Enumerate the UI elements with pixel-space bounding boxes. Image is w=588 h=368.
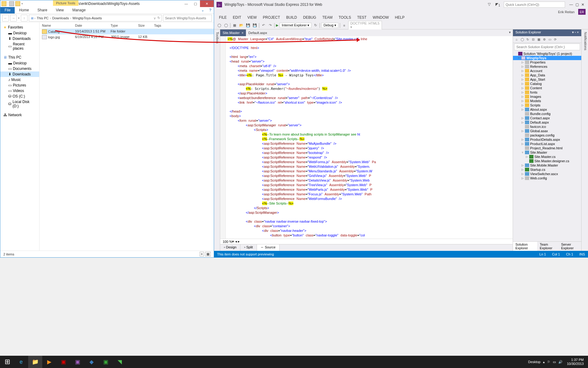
- tree-node[interactable]: Project_Readme.html: [513, 146, 581, 150]
- tree-node[interactable]: ▷About.aspx: [513, 107, 581, 112]
- tree-node[interactable]: ▷ProductDetails.aspx: [513, 137, 581, 142]
- ribbon-help-icon[interactable]: ?: [207, 7, 214, 13]
- ribbon-view-tab[interactable]: View: [51, 7, 68, 13]
- menu-file[interactable]: FILE: [217, 15, 229, 21]
- start-button[interactable]: ⊞: [0, 356, 14, 368]
- col-name[interactable]: Name: [42, 24, 75, 27]
- pin-icon[interactable]: ▾ ▫ ×: [572, 30, 579, 34]
- quick-launch-input[interactable]: [504, 2, 565, 8]
- home-icon[interactable]: ⌂: [514, 37, 519, 42]
- view-split-tab[interactable]: ▫ Split: [240, 244, 257, 251]
- tree-node[interactable]: ▷Account: [513, 69, 581, 73]
- tree-node[interactable]: Bundle.config: [513, 112, 581, 116]
- undo-icon[interactable]: ↶: [261, 23, 266, 28]
- browser-selector[interactable]: Internet Explorer ▾: [280, 23, 311, 28]
- menu-edit[interactable]: EDIT: [230, 15, 243, 21]
- browser-link-refresh-icon[interactable]: ↻: [313, 23, 318, 28]
- toolbox-panel[interactable]: Toolbox: [214, 29, 220, 251]
- tree-node[interactable]: ▷Startup.cs: [513, 167, 581, 172]
- nav-back-button[interactable]: ←: [2, 15, 9, 21]
- sidebar-item-desktop[interactable]: ▬ Desktop: [0, 30, 39, 36]
- sidebar-item[interactable]: ⛁ OS (C:): [0, 94, 39, 99]
- tree-node[interactable]: ▷Site.Master.cs: [513, 155, 581, 159]
- explorer-search-input[interactable]: [163, 15, 212, 21]
- system-tray[interactable]: Desktop ▴ ⚐ ▭ 🔊 1:37 PM 10/30/2013: [528, 358, 588, 366]
- favorites-header[interactable]: ★Favorites: [0, 24, 39, 30]
- sidebar-item[interactable]: ⛁ Local Disk (D:): [0, 99, 39, 109]
- tree-node[interactable]: favicon.ico: [513, 125, 581, 129]
- tree-node[interactable]: ▷Catalog: [513, 82, 581, 86]
- tree-node[interactable]: ▷ViewSwitcher.ascx: [513, 172, 581, 176]
- tool-icon[interactable]: ⟳: [553, 37, 558, 42]
- tree-node[interactable]: ▷Web.config: [513, 176, 581, 180]
- properties-icon[interactable]: ⚙: [542, 37, 547, 42]
- tree-node[interactable]: ▷Content: [513, 86, 581, 90]
- new-project-icon[interactable]: ▦: [232, 23, 237, 28]
- vs-titlebar[interactable]: ▷ WingtipToys - Microsoft Visual Studio …: [214, 0, 588, 9]
- taskbar-app-icon[interactable]: ◆: [85, 356, 99, 368]
- new-folder-icon[interactable]: [15, 1, 20, 6]
- picture-tools-tab[interactable]: Picture Tools: [53, 0, 78, 6]
- nav-forward-button[interactable]: →: [10, 15, 17, 21]
- nav-fwd-icon[interactable]: ◯: [223, 23, 229, 28]
- tool-icon[interactable]: ◯: [520, 37, 525, 42]
- tree-node[interactable]: ▷Site.Mobile.Master: [513, 163, 581, 167]
- tree-node[interactable]: ▷fonts: [513, 90, 581, 94]
- tray-volume-icon[interactable]: 🔊: [558, 360, 563, 364]
- menu-view[interactable]: VIEW: [245, 15, 259, 21]
- taskbar-clock[interactable]: 1:37 PM 10/30/2013: [565, 358, 586, 366]
- code-editor[interactable]: <%@ Master Language="C#" AutoEventWireup…: [220, 36, 513, 239]
- comment-icon[interactable]: ≡: [341, 23, 347, 28]
- network-header[interactable]: 🖧Network: [0, 112, 39, 118]
- window-dropdown-icon[interactable]: ▾: [507, 29, 513, 36]
- sidebar-item-recent[interactable]: ▭ Recent places: [0, 41, 39, 51]
- sidebar-item-downloads[interactable]: ⬇ Downloads: [0, 36, 39, 41]
- taskbar-app-icon[interactable]: ▣: [99, 356, 113, 368]
- tree-node[interactable]: ▷App_Data: [513, 73, 581, 77]
- breadcrumb-segment[interactable]: This PC: [36, 16, 49, 20]
- col-tags[interactable]: Tags: [154, 24, 172, 27]
- folder-icon[interactable]: [2, 1, 6, 6]
- sidebar-item[interactable]: ▭ Videos: [0, 88, 39, 94]
- address-breadcrumb[interactable]: 🖥 › This PC › Downloads › WingtipToys-As…: [29, 15, 162, 21]
- solution-root[interactable]: Solution 'WingtipToys' (1 project): [513, 52, 581, 56]
- qat-dropdown-icon[interactable]: ▾: [21, 2, 23, 5]
- refresh-icon[interactable]: ↻: [157, 16, 160, 20]
- sidebar-item-downloads[interactable]: ⬇ Downloads: [0, 71, 39, 77]
- column-headers[interactable]: Name Date Type Size Tags: [40, 22, 214, 29]
- col-type[interactable]: Type: [111, 24, 138, 27]
- ribbon-manage-tab[interactable]: Manage: [68, 7, 90, 13]
- file-row-logo[interactable]: logo.jpg 6/19/2013 4:28 PM JPEG image 12…: [42, 34, 214, 40]
- solution-tree[interactable]: Solution 'WingtipToys' (1 project) ▿Wing…: [513, 51, 581, 241]
- menu-test[interactable]: TEST: [355, 15, 369, 21]
- breadcrumb-segment[interactable]: Downloads: [51, 16, 69, 20]
- editor-tab-sitemaster[interactable]: Site.Master×: [220, 29, 246, 36]
- tab-team-explorer[interactable]: Team Explorer: [537, 242, 559, 251]
- tree-node[interactable]: ▷Default.aspx: [513, 120, 581, 125]
- vs-user-name[interactable]: Erik Reitan: [558, 10, 575, 14]
- notifications-panel[interactable]: Notifications: [581, 29, 588, 251]
- config-selector[interactable]: Debug ▾: [321, 23, 338, 28]
- nav-back-icon[interactable]: ◯: [217, 23, 222, 28]
- editor-tab-default[interactable]: Default.aspx: [246, 29, 270, 36]
- col-size[interactable]: Size: [138, 24, 154, 27]
- view-source-tab[interactable]: ↔ Source: [257, 244, 280, 251]
- explorer-titlebar[interactable]: ▾ Picture Tools C:\Users\erik\Downloads\…: [0, 0, 214, 7]
- tree-node[interactable]: ▷Contact.aspx: [513, 116, 581, 120]
- windows-taskbar[interactable]: ⊞ e 📁 ▶ ▣ ▣ ◆ ▣ ◥ Desktop ▴ ⚐ ▭ 🔊 1:37 P…: [0, 356, 588, 368]
- collapse-icon[interactable]: ⊟: [531, 37, 536, 42]
- feedback-icon[interactable]: ◤1: [494, 2, 501, 7]
- ribbon-home-tab[interactable]: Home: [15, 7, 33, 13]
- tree-node[interactable]: ▷App_Start: [513, 77, 581, 82]
- tab-solution-explorer[interactable]: Solution Explorer: [513, 242, 537, 251]
- sidebar-item[interactable]: ▬ Desktop: [0, 60, 39, 66]
- close-icon[interactable]: ×: [242, 31, 243, 35]
- vs-close-button[interactable]: ✕: [580, 2, 586, 7]
- history-dropdown-icon[interactable]: v: [154, 16, 156, 20]
- vs-minimize-button[interactable]: —: [568, 2, 574, 7]
- tree-node[interactable]: ▷Properties: [513, 60, 581, 64]
- tab-server-explorer[interactable]: Server Explorer: [559, 242, 581, 251]
- taskbar-ie-icon[interactable]: e: [14, 356, 28, 368]
- ribbon-share-tab[interactable]: Share: [33, 7, 51, 13]
- taskbar-vs-icon[interactable]: ▣: [70, 356, 85, 368]
